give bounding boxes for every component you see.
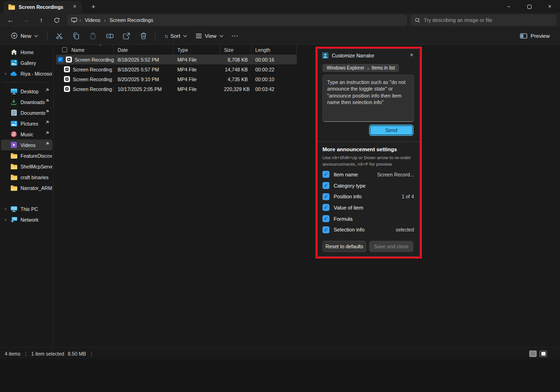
pin-icon [45,110,49,114]
column-header-date[interactable]: Date [114,45,174,55]
checkbox-checked[interactable]: ✓ [322,193,329,200]
sort-ascending-icon: ^ [99,43,101,48]
preview-button-label: Preview [531,33,550,39]
checkbox-checked[interactable]: ✓ [322,204,329,211]
context-chip: Windows Explorer → Items in list [322,64,399,72]
column-header-length[interactable]: Length [252,45,297,55]
sidebar-item-music[interactable]: Music [1,129,52,140]
folder-icon [10,184,17,191]
send-button[interactable]: Send [369,125,413,136]
sidebar-item-this-pc[interactable]: › This PC [1,203,52,214]
instruction-textarea[interactable]: Type an instruction such as "do not anno… [322,75,414,122]
checkbox-checked[interactable]: ✓ [322,215,329,222]
selection-size: 8.50 MB [68,351,86,357]
up-button[interactable]: ↑ [34,14,49,26]
rename-button[interactable] [103,29,117,42]
details-view-toggle[interactable] [529,350,537,357]
breadcrumb[interactable]: › Videos › Screen Recordings [67,14,407,26]
navigation-pane: Home Gallery › Riya - Microsoft Desktop … [0,45,54,347]
share-button[interactable] [119,29,133,42]
expand-chevron-icon[interactable]: › [5,206,10,211]
cut-button[interactable] [52,29,66,42]
more-options-button[interactable]: ⋯ [228,29,242,42]
window-controls: − × [498,0,560,13]
annotation-highlight-box: Customize Narrator × Windows Explorer → … [315,47,422,259]
tab-label: Screen Recordings [19,4,67,10]
share-icon [123,32,130,40]
new-tab-button[interactable]: + [89,1,98,13]
checkbox-checked[interactable]: ✓ [322,226,329,233]
toolbar-divider [47,31,48,41]
column-header-name[interactable]: Name ^ [56,45,114,55]
sidebar-item-network[interactable]: › Network [1,214,52,225]
sidebar-item-gallery[interactable]: Gallery [1,57,52,68]
option-formula[interactable]: ✓ Formula [322,213,414,224]
forward-button[interactable]: → [18,14,34,26]
close-button[interactable]: × [539,0,560,13]
paste-icon [89,32,97,40]
more-dots-icon: ⋯ [231,32,238,40]
sidebar-item-documents[interactable]: Documents [1,107,52,118]
reset-to-defaults-button[interactable]: Reset to defaults [322,241,366,252]
sidebar-item-craft-binaries[interactable]: craft binaries [1,172,52,182]
save-and-close-button[interactable]: Save and close [369,241,413,252]
music-icon [10,131,17,138]
column-header-size[interactable]: Size [220,45,252,55]
sidebar-item-videos[interactable]: Videos [1,140,52,150]
dialog-close-icon[interactable]: × [407,51,416,60]
back-button[interactable]: ← [3,14,18,26]
file-row[interactable]: ✓ Screen Recording 20... 8/18/2025 5:52 … [56,55,297,64]
expand-chevron-icon[interactable]: › [5,71,10,76]
narrator-icon [322,52,329,59]
minimize-button[interactable]: − [498,0,519,13]
copy-icon [72,32,80,40]
status-bar: 4 items | 1 item selected 8.50 MB | [0,347,560,359]
option-position-info[interactable]: ✓ Position info 1 of 4 [322,191,414,202]
tab-close-icon[interactable]: × [71,3,78,11]
copy-button[interactable] [69,29,83,42]
file-row[interactable]: Screen Recording 20... 8/20/2025 9:10 PM… [56,74,297,84]
select-all-checkbox[interactable] [62,47,67,52]
maximize-button[interactable] [519,0,539,13]
sidebar-item-downloads[interactable]: Downloads [1,97,52,107]
paste-button[interactable] [86,29,100,42]
navigation-bar: ← → ↑ › Videos › Screen Recordings Try d… [0,13,560,27]
sidebar-item-home[interactable]: Home [1,47,52,57]
this-pc-icon [10,205,17,212]
file-row[interactable]: Screen Recording 20... 8/18/2025 5:57 PM… [56,64,297,74]
sidebar-item-onedrive[interactable]: › Riya - Microsoft [1,68,52,79]
breadcrumb-screen-recordings[interactable]: Screen Recordings [108,17,155,23]
tab-screen-recordings[interactable]: Screen Recordings × [4,1,82,13]
sidebar-item-narrator-arm[interactable]: Narrator_ARM_281 [1,182,52,193]
new-button[interactable]: New [7,29,42,42]
sidebar-item-featurediscoverabil[interactable]: FeatureDiscoverabil [1,150,52,161]
breadcrumb-videos[interactable]: Videos [83,17,102,23]
column-header-type[interactable]: Type [174,45,220,55]
row-checkbox-checked[interactable]: ✓ [58,57,63,62]
settings-hint: Use Alt+Shift+Up or Down arrow to re-ord… [322,154,414,167]
thumbnails-view-toggle[interactable] [539,350,547,357]
documents-icon [10,109,17,116]
preview-button[interactable]: Preview [516,29,553,42]
new-button-label: New [21,33,31,39]
sidebar-divider [3,82,50,83]
sidebar-item-pictures[interactable]: Pictures [1,118,52,129]
search-input[interactable]: Try describing an image or file [411,14,556,26]
option-value-of-item[interactable]: ✓ Value of item [322,202,414,213]
delete-button[interactable] [136,29,150,42]
view-button[interactable]: View [191,29,228,42]
checkbox-checked[interactable]: ✓ [322,171,329,178]
file-row[interactable]: Screen Recording 20... 10/17/2025 2:05 P… [56,84,297,94]
option-category-type[interactable]: ✓ Category type [322,180,414,191]
folder-icon [10,152,17,159]
view-icon [196,33,202,39]
expand-chevron-icon[interactable]: › [5,217,10,222]
option-selection-info[interactable]: ✓ Selection info selected [322,224,414,235]
sidebar-item-desktop[interactable]: Desktop [1,86,52,97]
sort-icon: ↑↓ [164,33,168,39]
checkbox-checked[interactable]: ✓ [322,182,329,189]
refresh-button[interactable] [49,14,64,26]
sidebar-item-shellmcpservers[interactable]: ShellMcpServers [1,161,52,172]
option-item-name[interactable]: ✓ Item name Screen Record... [322,169,414,180]
sort-button[interactable]: ↑↓ Sort [160,29,191,42]
